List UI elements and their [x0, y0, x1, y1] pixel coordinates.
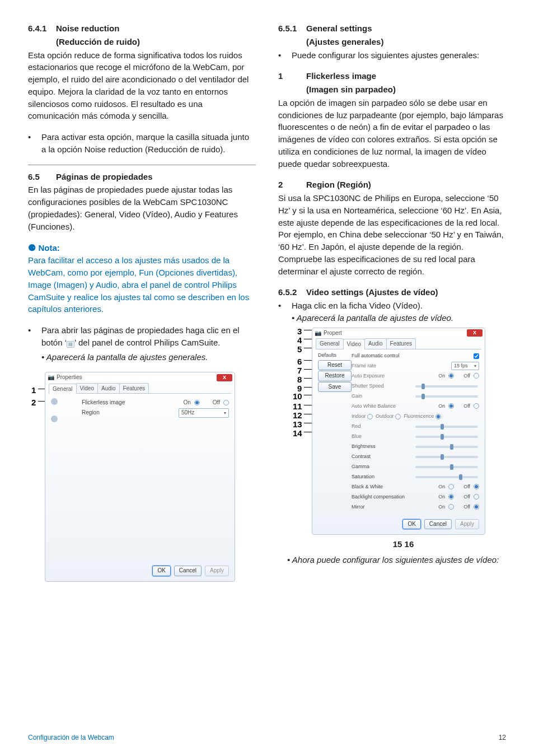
tabs: General Video Audio Features [49, 383, 231, 394]
fac-label: Full automatic control [352, 352, 474, 360]
heading-641: 6.4.1 Noise reduction [28, 22, 256, 35]
heading-text: Páginas de propiedades [56, 171, 256, 183]
contrast-slider[interactable] [415, 456, 478, 458]
tabs: General Video Audio Features [316, 338, 481, 349]
page-footer: Configuración de la Webcam 12 [28, 733, 506, 743]
heading-text: Flickerless image [306, 70, 506, 82]
indoor-radio[interactable] [367, 414, 373, 419]
bullet-652: Haga clic en la ficha Video (Vídeo). [292, 301, 423, 310]
bc-on-radio[interactable] [448, 494, 454, 500]
region-icon [51, 416, 58, 422]
bullet-list: •Puede configurar los siguientes ajustes… [278, 49, 506, 62]
bc-off-radio[interactable] [474, 494, 479, 500]
heading-651: 6.5.1 General settings [278, 22, 506, 35]
brightness-slider[interactable] [415, 446, 478, 448]
defaults-label: Defaults [318, 352, 352, 359]
ae-on-radio[interactable] [448, 373, 454, 379]
fluor-radio[interactable] [435, 414, 441, 419]
saturation-slider[interactable] [415, 476, 478, 478]
awb-label: Auto White Balance [352, 403, 438, 410]
tab-audio[interactable]: Audio [364, 338, 387, 349]
tab-features[interactable]: Features [119, 383, 149, 394]
red-slider[interactable] [415, 426, 478, 428]
tab-video[interactable]: Video [76, 383, 98, 394]
backlight-label: Backlight compensation [352, 493, 438, 501]
marker-2: 2 [31, 396, 36, 409]
flicker-icon [51, 398, 58, 405]
ok-button[interactable]: OK [402, 519, 420, 530]
tab-general[interactable]: General [49, 384, 77, 394]
dialog-body: Defaults Reset Restore Save Full automat… [312, 349, 485, 515]
result-line: • Aparecerá la pantalla de ajustes de ví… [292, 312, 506, 324]
tab-general[interactable]: General [316, 338, 344, 349]
contrast-label: Contrast [352, 453, 414, 460]
result-line: • Aparecerá la pantalla de ajustes gener… [41, 351, 256, 363]
apply-button[interactable]: Apply [455, 519, 479, 530]
note-title: Nota: [38, 243, 59, 253]
bullet-641: Para activar esta opción, marque la casi… [41, 131, 256, 156]
after-note: • Ahora puede configurar los siguientes … [278, 554, 506, 566]
heading-text: Noise reduction [56, 22, 256, 35]
shutter-label: Shutter Speed [352, 382, 414, 390]
gain-slider[interactable] [415, 395, 478, 398]
region-label: Region [82, 409, 179, 417]
blue-slider[interactable] [415, 436, 478, 438]
outdoor-radio[interactable] [395, 414, 401, 419]
heading-651-sub: (Ajustes generales) [278, 36, 506, 48]
ae-off-radio[interactable] [474, 373, 479, 379]
close-icon[interactable]: X [217, 374, 232, 381]
region-dropdown[interactable]: 50Hz▾ [179, 408, 229, 418]
flickerless-on-radio[interactable] [194, 400, 200, 405]
footer-text: Configuración de la Webcam [28, 733, 114, 743]
cancel-button[interactable]: Cancel [174, 566, 202, 576]
autoexp-label: Auto Exposure [352, 372, 438, 380]
dialog-titlebar: 📷Propert X [312, 328, 485, 339]
brightness-label: Brightness [352, 443, 414, 450]
heading-flickerless: 1 Flickerless image [278, 70, 506, 82]
divider [28, 165, 256, 165]
dialog-titlebar: 📷Properties X [45, 372, 235, 383]
heading-652: 6.5.2 Video settings (Ajustes de vídeo) [278, 286, 506, 298]
paragraph-flickerless: La opción de imagen sin parpadeo sólo se… [278, 97, 506, 170]
mirror-on-radio[interactable] [448, 504, 454, 510]
paragraph-region: Si usa la SPC1030NC de Philips en Europa… [278, 192, 506, 277]
properties-dialog-video: 📷Propert X General Video Audio Features … [312, 328, 485, 535]
heading-num: 6.5.2 [278, 286, 306, 298]
heading-num: 2 [278, 179, 306, 191]
dialog-footer: OK Cancel Apply [312, 515, 485, 535]
gamma-slider[interactable] [415, 466, 478, 468]
mirror-label: Mirror [352, 503, 438, 511]
framerate-dropdown[interactable]: 15 fps▾ [451, 362, 479, 370]
awb-on-radio[interactable] [448, 403, 454, 409]
shutter-slider[interactable] [415, 385, 478, 388]
bullet-list: • Haga clic en la ficha Video (Vídeo). •… [278, 300, 506, 324]
cancel-button[interactable]: Cancel [424, 519, 452, 530]
saturation-label: Saturation [352, 473, 414, 480]
awb-off-radio[interactable] [474, 403, 479, 409]
bw-on-radio[interactable] [448, 484, 454, 489]
tab-features[interactable]: Features [386, 338, 416, 349]
flickerless-off-radio[interactable] [223, 400, 229, 405]
reset-button[interactable]: Reset [318, 360, 352, 371]
tab-audio[interactable]: Audio [97, 383, 120, 394]
ok-button[interactable]: OK [152, 566, 170, 576]
heading-641-sub: (Reducción de ruido) [28, 36, 256, 48]
dialog-title: Properties [57, 374, 82, 382]
fac-checkbox[interactable] [474, 353, 479, 359]
heading-num: 6.5 [28, 171, 56, 183]
red-label: Red [352, 423, 414, 430]
mirror-off-radio[interactable] [474, 504, 479, 510]
heading-flickerless-sub: (Imagen sin parpadeo) [278, 83, 506, 96]
bullet-list: • Para abrir las páginas de propiedades … [28, 324, 256, 363]
tab-video[interactable]: Video [343, 339, 365, 349]
page-number: 12 [499, 733, 506, 743]
restore-button[interactable]: Restore [318, 371, 352, 381]
close-icon[interactable]: X [467, 329, 483, 337]
bw-off-radio[interactable] [474, 484, 479, 489]
save-button[interactable]: Save [318, 382, 352, 393]
paragraph-641: Esta opción reduce de forma significativ… [28, 49, 256, 123]
apply-button[interactable]: Apply [205, 566, 229, 576]
figure-video-dialog: 3 4 5 6 7 8 9 10 11 12 13 14 [278, 328, 506, 550]
dialog-body: Flickerless image On Off Region 50Hz▾ [45, 394, 235, 562]
framerate-label: Frame rate [352, 362, 451, 370]
